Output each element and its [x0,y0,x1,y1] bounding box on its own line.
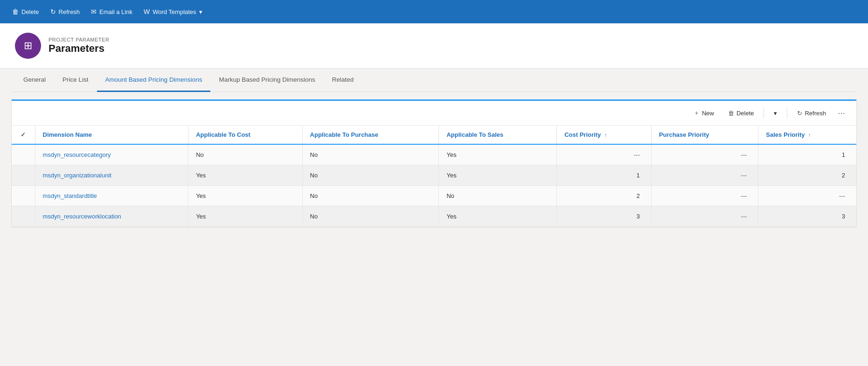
tab-related[interactable]: Related [324,69,362,92]
cell-applicable-cost: No [188,144,302,165]
refresh-icon: ↻ [50,8,56,15]
page-subtitle: PROJECT PARAMETER [49,37,109,42]
th-cost-priority[interactable]: Cost Priority ↑ [557,126,652,144]
row-checkbox[interactable] [12,186,35,206]
tab-markup-pricing[interactable]: Markup Based Pricing Dimensions [210,69,323,92]
chevron-down-button[interactable]: ▾ [768,106,783,120]
cell-dimension-name[interactable]: msdyn_standardtitle [35,186,188,206]
checkmark-icon: ✓ [21,131,26,138]
th-sales-priority[interactable]: Sales Priority ↑ [758,126,856,144]
cell-cost-priority: 3 [557,206,652,227]
table-delete-button[interactable]: 🗑 Delete [722,106,760,120]
new-button[interactable]: ＋ New [687,106,720,120]
table-refresh-button[interactable]: ↻ Refresh [791,106,832,120]
more-options-button[interactable]: ⋯ [834,107,849,120]
cell-applicable-sales: Yes [439,144,557,165]
delete-label: Delete [21,8,39,15]
table-delete-label: Delete [736,110,754,117]
cell-purchase-priority: --- [651,186,758,206]
cell-purchase-priority: --- [651,144,758,165]
th-dimension-name[interactable]: Dimension Name [35,126,188,144]
cell-purchase-priority: --- [651,206,758,227]
tab-general[interactable]: General [15,69,54,92]
new-label: New [702,110,714,117]
delete-icon: 🗑 [12,8,19,15]
email-link-button[interactable]: ✉ Email a Link [86,5,137,18]
cell-applicable-sales: No [439,186,557,206]
cell-applicable-purchase: No [302,144,439,165]
cell-purchase-priority: --- [651,165,758,186]
cell-applicable-sales: Yes [439,165,557,186]
separator [764,107,764,119]
cell-sales-priority: --- [758,186,856,206]
main-content: General Price List Amount Based Pricing … [0,69,868,239]
refresh-label: Refresh [59,8,80,15]
cell-cost-priority: 1 [557,165,652,186]
cell-sales-priority: 1 [758,144,856,165]
th-applicable-cost[interactable]: Applicable To Cost [188,126,302,144]
cell-applicable-cost: Yes [188,206,302,227]
chevron-down-icon: ▾ [774,110,777,117]
row-checkbox[interactable] [12,165,35,186]
page-header: ⊞ PROJECT PARAMETER Parameters [0,23,868,69]
avatar: ⊞ [15,33,41,59]
page-title: Parameters [49,42,109,55]
avatar-icon: ⊞ [24,40,32,52]
cell-dimension-name[interactable]: msdyn_resourcecategory [35,144,188,165]
table-row: msdyn_resourcecategoryNoNoYes------1 [12,144,856,165]
th-applicable-sales[interactable]: Applicable To Sales [439,126,557,144]
cell-dimension-name[interactable]: msdyn_resourceworklocation [35,206,188,227]
plus-icon: ＋ [694,109,700,117]
cell-dimension-name[interactable]: msdyn_organizationalunit [35,165,188,186]
cell-sales-priority: 2 [758,165,856,186]
refresh-icon-2: ↻ [797,110,802,117]
cell-sales-priority: 3 [758,206,856,227]
table-refresh-label: Refresh [805,110,826,117]
cell-cost-priority: 2 [557,186,652,206]
delete-button[interactable]: 🗑 Delete [7,5,44,18]
table-section: ＋ New 🗑 Delete ▾ ↻ Refresh ⋯ [11,99,857,227]
trash-icon: 🗑 [728,110,734,117]
cell-applicable-sales: Yes [439,206,557,227]
email-icon: ✉ [91,8,97,15]
email-label: Email a Link [99,8,132,15]
table-toolbar: ＋ New 🗑 Delete ▾ ↻ Refresh ⋯ [12,101,856,126]
chevron-down-icon: ▾ [199,8,202,15]
cell-applicable-purchase: No [302,186,439,206]
table-row: msdyn_organizationalunitYesNoYes1---2 [12,165,856,186]
cell-applicable-purchase: No [302,165,439,186]
row-checkbox[interactable] [12,206,35,227]
cell-applicable-purchase: No [302,206,439,227]
data-table: ✓ Dimension Name Applicable To Cost Appl… [12,126,856,227]
cell-applicable-cost: Yes [188,165,302,186]
tab-amount-pricing[interactable]: Amount Based Pricing Dimensions [97,69,211,92]
top-toolbar: 🗑 Delete ↻ Refresh ✉ Email a Link W Word… [0,0,868,23]
th-check[interactable]: ✓ [12,126,35,144]
tab-price-list[interactable]: Price List [54,69,97,92]
th-applicable-purchase[interactable]: Applicable To Purchase [302,126,439,144]
table-row: msdyn_resourceworklocationYesNoYes3---3 [12,206,856,227]
separator2 [787,107,787,119]
table-row: msdyn_standardtitleYesNoNo2------ [12,186,856,206]
sort-arrow-sales: ↑ [808,132,811,138]
row-checkbox[interactable] [12,144,35,165]
word-icon: W [144,8,150,15]
refresh-button[interactable]: ↻ Refresh [46,5,85,18]
table-header-row: ✓ Dimension Name Applicable To Cost Appl… [12,126,856,144]
cell-applicable-cost: Yes [188,186,302,206]
word-templates-button[interactable]: W Word Templates ▾ [139,5,207,18]
sort-arrow-cost: ↑ [604,132,607,138]
word-templates-label: Word Templates [153,8,196,15]
cell-cost-priority: --- [557,144,652,165]
header-text: PROJECT PARAMETER Parameters [49,37,109,55]
tab-bar: General Price List Amount Based Pricing … [11,69,857,92]
th-purchase-priority[interactable]: Purchase Priority [651,126,758,144]
